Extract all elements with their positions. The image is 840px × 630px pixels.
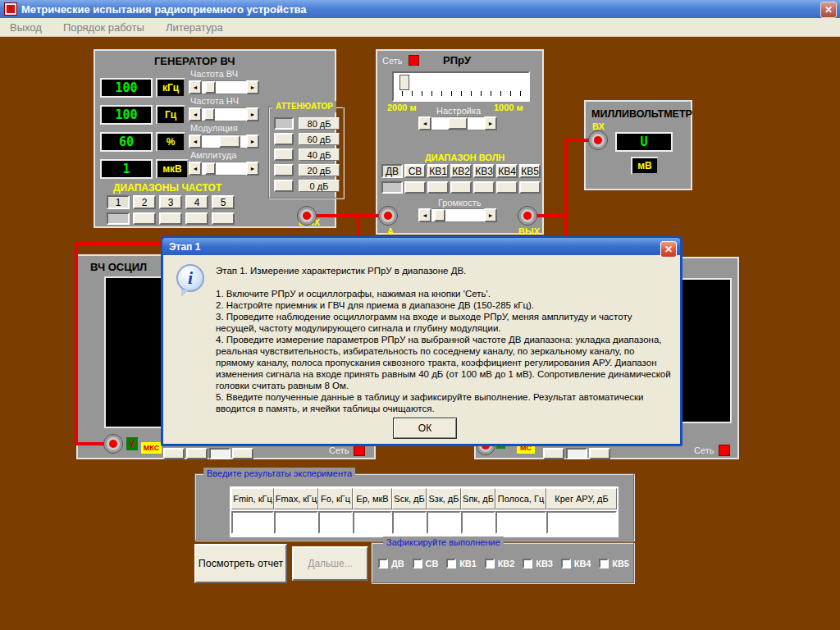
checkbox-item-sv[interactable]: СВ [413,559,439,568]
scroll-thumb[interactable] [204,108,215,121]
band-indicator [427,181,449,194]
scroll-right-icon[interactable]: ► [246,162,259,176]
band-button-3[interactable]: 3 [159,195,182,209]
checkbox[interactable] [485,559,495,568]
result-input[interactable] [461,511,495,534]
lf-freq-display: 100 [100,105,153,125]
band-button-dv[interactable]: ДВ [381,164,403,178]
result-input[interactable] [274,511,318,534]
menu-item-procedure[interactable]: Порядок работы [63,21,144,34]
result-input[interactable] [546,511,617,534]
checkbox-item-kv4[interactable]: КВ4 [561,559,591,568]
band-button-kv4[interactable]: КВ4 [496,164,518,178]
result-input[interactable] [495,511,546,534]
scroll-left-icon[interactable]: ◄ [418,208,431,222]
checkbox-item-kv2[interactable]: КВ2 [485,559,515,568]
hf-scope-power-button[interactable] [354,445,365,456]
band-button-sv[interactable]: СВ [404,164,426,178]
window-close-icon[interactable]: ✕ [820,2,837,18]
band-button-kv3[interactable]: КВ3 [473,164,495,178]
scroll-left-icon[interactable]: ◄ [189,162,202,176]
instruction-item: 3. Проведите наблюдение осциллограмм на … [216,311,673,334]
result-input[interactable] [392,511,427,534]
generator-out-connector [297,206,317,226]
band-button-2[interactable]: 2 [133,195,156,209]
scroll-right-icon[interactable]: ► [246,107,259,121]
lf-scope-power-button[interactable] [719,445,730,456]
band-indicator [159,212,182,225]
hf-scope-button[interactable] [232,448,253,459]
scroll-right-icon[interactable]: ► [484,208,497,222]
band-indicator [107,212,130,225]
lf-freq-unit: Гц [156,105,185,125]
band-button-kv2[interactable]: КВ2 [450,164,472,178]
checkbox-item-kv5[interactable]: КВ5 [599,559,629,568]
checkbox[interactable] [599,559,609,568]
hf-scope-button[interactable] [163,448,185,459]
checkbox-item-kv1[interactable]: КВ1 [446,559,477,568]
volume-scrollbar[interactable]: ◄ ► [418,208,497,222]
band-button-1[interactable]: 1 [107,195,130,209]
result-input[interactable] [318,511,353,534]
band-button-kv1[interactable]: КВ1 [427,164,449,178]
lf-scope-power-label: Сеть [694,445,714,455]
menu-item-literature[interactable]: Литература [166,21,223,34]
attenuator-button-80[interactable] [274,117,294,130]
attenuator-button-40[interactable] [274,148,294,161]
scroll-thumb[interactable] [219,135,240,148]
attenuator-button-0[interactable] [274,180,294,192]
result-input[interactable] [231,511,274,534]
checkbox[interactable] [378,559,388,568]
checkbox-item-dv[interactable]: ДВ [378,559,404,568]
scroll-left-icon[interactable]: ◄ [418,116,431,130]
hf-freq-label: Частота ВЧ [190,69,238,79]
band-indicator [496,181,518,194]
menu-bar: Выход Порядок работы Литература [0,18,840,37]
scroll-right-icon[interactable]: ► [484,116,497,130]
modulation-scrollbar[interactable]: ◄ ► [189,135,259,148]
ok-button[interactable]: ОК [393,418,457,439]
wire-branch-down [357,214,360,239]
scroll-thumb[interactable] [448,117,468,130]
checkbox[interactable] [413,559,422,568]
scroll-thumb[interactable] [434,209,445,221]
modulation-label: Модуляция [190,123,238,133]
scroll-left-icon[interactable]: ◄ [189,80,202,94]
dialog-close-icon[interactable]: ✕ [660,241,677,258]
receiver-power-button[interactable] [409,55,419,66]
scale-ticks [402,91,522,96]
checkbox[interactable] [561,559,571,568]
hf-scope-button[interactable] [186,448,208,459]
volume-label: Громкость [438,198,481,208]
checkbox[interactable] [523,559,532,568]
lf-scope-button[interactable] [589,448,610,459]
band-indicator [519,181,541,194]
wave-band-title: ДИАПАЗОН ВОЛН [425,153,504,162]
hf-freq-scrollbar[interactable]: ◄ ► [189,80,259,94]
result-input[interactable] [427,511,461,534]
scroll-thumb[interactable] [205,81,216,94]
tuning-scrollbar[interactable]: ◄ ► [418,116,497,130]
amplitude-display: 1 [100,159,153,179]
menu-item-exit[interactable]: Выход [10,21,42,34]
hf-scope-button[interactable] [209,448,231,459]
lf-scope-button[interactable] [566,448,587,459]
scroll-thumb[interactable] [205,162,216,175]
next-button[interactable]: Дальше... [292,546,368,581]
attenuator-button-20[interactable] [274,164,294,176]
band-button-4[interactable]: 4 [185,195,208,209]
scroll-right-icon[interactable]: ► [246,80,259,94]
lf-scope-button[interactable] [543,448,564,459]
result-input[interactable] [353,511,392,534]
band-button-kv5[interactable]: КВ5 [519,164,541,178]
view-report-button[interactable]: Посмотреть отчет [194,544,287,583]
band-button-5[interactable]: 5 [212,195,235,209]
scroll-left-icon[interactable]: ◄ [189,107,202,121]
scroll-right-icon[interactable]: ► [246,135,259,148]
checkbox[interactable] [446,559,456,568]
checkbox-item-kv3[interactable]: КВ3 [523,559,553,568]
amplitude-scrollbar[interactable]: ◄ ► [189,162,259,176]
attenuator-button-60[interactable] [274,133,294,145]
lf-freq-scrollbar[interactable]: ◄ ► [189,107,259,121]
scroll-left-icon[interactable]: ◄ [189,135,202,148]
